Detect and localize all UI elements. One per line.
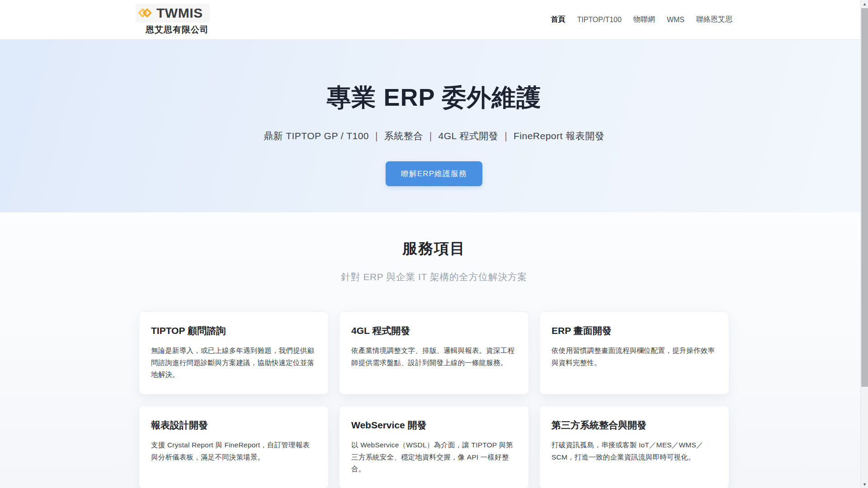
- hero-title: 專業 ERP 委外維護: [326, 81, 541, 114]
- card-title: 4GL 程式開發: [351, 324, 517, 337]
- vertical-scrollbar[interactable]: ▲ ▼: [860, 0, 868, 488]
- scrollbar-thumb[interactable]: [861, 8, 868, 387]
- service-card-report-design: 報表設計開發 支援 Crystal Report 與 FineReport，自訂…: [139, 406, 329, 488]
- service-card-webservice-development: WebService 開發 以 WebService（WSDL）為介面，讓 TI…: [339, 406, 529, 488]
- card-title: ERP 畫面開發: [552, 324, 717, 337]
- service-cards-grid: TIPTOP 顧問諮詢 無論是新導入，或已上線多年遇到難題，我們提供顧問諮詢進行…: [139, 311, 729, 488]
- card-title: TIPTOP 顧問諮詢: [151, 324, 316, 337]
- company-name: 恩艾思有限公司: [146, 24, 209, 36]
- card-body: 以 WebService（WSDL）為介面，讓 TIPTOP 與第三方系統安全、…: [351, 439, 517, 475]
- services-subtitle: 針對 ERP 與企業 IT 架構的全方位解決方案: [0, 271, 868, 283]
- page: TWMIS 恩艾思有限公司 首頁 TIPTOP/T100 物聯網 WMS 聯絡恩…: [0, 0, 868, 488]
- card-title: WebService 開發: [351, 419, 517, 432]
- nav-item-contact[interactable]: 聯絡恩艾思: [696, 15, 732, 24]
- hero-section: 專業 ERP 委外維護 鼎新 TIPTOP GP / T100 ｜ 系統整合 ｜…: [0, 40, 868, 212]
- card-title: 第三方系統整合與開發: [552, 419, 717, 432]
- logo-text: TWMIS: [156, 5, 203, 21]
- card-body: 打破資訊孤島，串接或客製 IoT／MES／WMS／SCM，打造一致的企業資訊流與…: [552, 439, 717, 463]
- main-nav: 首頁 TIPTOP/T100 物聯網 WMS 聯絡恩艾思: [551, 15, 732, 24]
- header: TWMIS 恩艾思有限公司 首頁 TIPTOP/T100 物聯網 WMS 聯絡恩…: [0, 0, 868, 40]
- service-card-erp-screen-development: ERP 畫面開發 依使用習慣調整畫面流程與欄位配置，提升操作效率與資料完整性。: [539, 311, 729, 394]
- services-section: 服務項目 針對 ERP 與企業 IT 架構的全方位解決方案 TIPTOP 顧問諮…: [0, 212, 868, 488]
- card-body: 依使用習慣調整畫面流程與欄位配置，提升操作效率與資料完整性。: [552, 345, 717, 369]
- service-card-third-party-integration: 第三方系統整合與開發 打破資訊孤島，串接或客製 IoT／MES／WMS／SCM，…: [539, 406, 729, 488]
- card-body: 支援 Crystal Report 與 FineReport，自訂管理報表與分析…: [151, 439, 316, 463]
- nav-item-iot[interactable]: 物聯網: [633, 15, 655, 24]
- services-title: 服務項目: [0, 239, 868, 259]
- scrollbar-down-arrow-icon[interactable]: ▼: [861, 480, 868, 488]
- erp-maintenance-cta-button[interactable]: 瞭解ERP維護服務: [386, 161, 482, 186]
- hero-subtitle: 鼎新 TIPTOP GP / T100 ｜ 系統整合 ｜ 4GL 程式開發 ｜ …: [264, 130, 604, 142]
- logo-box: TWMIS: [136, 4, 210, 23]
- diamonds-logo-icon: [138, 7, 154, 19]
- service-card-4gl-development: 4GL 程式開發 依產業情境調整文字、排版、邏輯與報表。資深工程師提供需求盤點、…: [339, 311, 529, 394]
- scrollbar-up-arrow-icon[interactable]: ▲: [861, 0, 868, 8]
- card-body: 依產業情境調整文字、排版、邏輯與報表。資深工程師提供需求盤點、設計到開發上線的一…: [351, 345, 517, 369]
- service-card-tiptop-consulting: TIPTOP 顧問諮詢 無論是新導入，或已上線多年遇到難題，我們提供顧問諮詢進行…: [139, 311, 329, 394]
- card-title: 報表設計開發: [151, 419, 316, 432]
- nav-item-wms[interactable]: WMS: [667, 16, 684, 24]
- card-body: 無論是新導入，或已上線多年遇到難題，我們提供顧問諮詢進行問題診斷與方案建議，協助…: [151, 345, 316, 381]
- nav-item-home[interactable]: 首頁: [551, 15, 565, 24]
- nav-item-tiptop-t100[interactable]: TIPTOP/T100: [577, 16, 621, 24]
- brand-logo[interactable]: TWMIS 恩艾思有限公司: [136, 4, 210, 36]
